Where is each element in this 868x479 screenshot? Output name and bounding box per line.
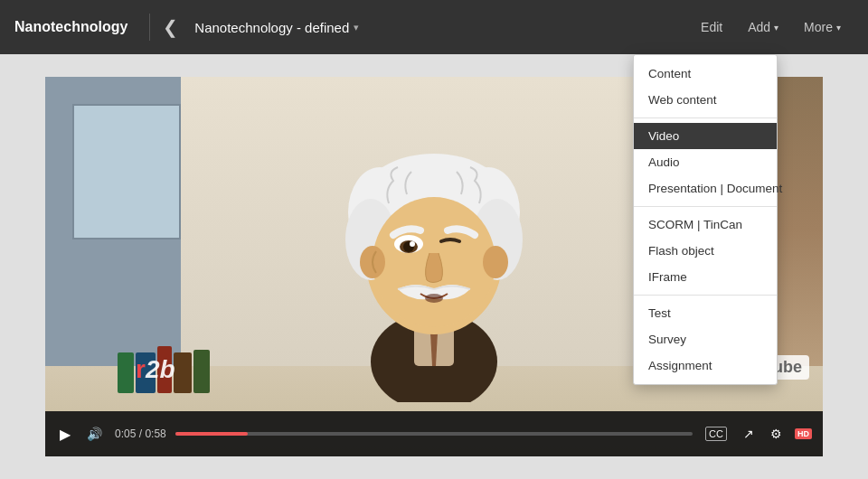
progress-fill — [175, 432, 248, 436]
volume-icon: 🔊 — [87, 427, 102, 441]
einstein-character — [307, 104, 561, 402]
share-icon: ↗ — [743, 427, 754, 441]
edit-button[interactable]: Edit — [688, 13, 735, 42]
play-icon: ▶ — [60, 426, 71, 443]
menu-item-survey[interactable]: Survey — [634, 326, 777, 352]
menu-item-flash[interactable]: Flash object — [634, 238, 777, 264]
menu-item-iframe[interactable]: IFrame — [634, 264, 777, 290]
svg-point-16 — [483, 246, 508, 278]
menu-divider-1 — [634, 117, 777, 118]
watermark-2b: 2b — [146, 355, 175, 383]
add-caret-icon: ▾ — [774, 23, 778, 33]
menu-item-audio[interactable]: Audio — [634, 149, 777, 175]
cc-icon: CC — [705, 427, 727, 441]
back-button[interactable]: ❮ — [154, 16, 187, 38]
navbar: Nanotechnology ❮ Nanotechnology - define… — [0, 0, 868, 54]
svg-point-13 — [410, 241, 415, 247]
share-button[interactable]: ↗ — [740, 423, 758, 445]
play-button[interactable]: ▶ — [56, 422, 74, 446]
progress-bar[interactable] — [175, 432, 693, 436]
watermark-r: r — [136, 355, 146, 383]
menu-item-assignment[interactable]: Assignment — [634, 352, 777, 379]
svg-point-14 — [425, 294, 443, 303]
edit-label: Edit — [701, 20, 722, 34]
video-watermark: r2b — [136, 355, 175, 384]
menu-divider-2 — [634, 206, 777, 207]
more-caret-icon: ▾ — [836, 23, 841, 33]
brand-title: Nanotechnology — [14, 19, 127, 35]
video-controls: ▶ 🔊 0:05 / 0:58 CC ↗ ⚙ HD — [45, 411, 823, 456]
menu-item-presentation[interactable]: Presentation | Document — [634, 175, 777, 202]
add-dropdown-menu: Content Web content Video Audio Presenta… — [633, 54, 778, 385]
title-button[interactable]: Nanotechnology - defined ▾ — [187, 20, 366, 35]
title-chevron-icon: ▾ — [354, 22, 359, 33]
more-button[interactable]: More ▾ — [791, 13, 854, 42]
volume-button[interactable]: 🔊 — [83, 423, 106, 445]
page-title: Nanotechnology - defined — [194, 20, 349, 35]
hd-badge: HD — [795, 428, 812, 439]
menu-divider-3 — [634, 295, 777, 296]
menu-item-content[interactable]: Content — [634, 61, 777, 87]
settings-icon: ⚙ — [770, 427, 782, 441]
settings-button[interactable]: ⚙ — [767, 423, 786, 445]
back-icon: ❮ — [163, 16, 178, 38]
more-label: More — [804, 20, 833, 34]
cc-button[interactable]: CC — [702, 423, 731, 445]
add-label: Add — [748, 20, 770, 34]
add-button[interactable]: Add ▾ — [735, 13, 791, 42]
menu-item-test[interactable]: Test — [634, 300, 777, 326]
scene-wall-panel — [72, 104, 181, 240]
menu-item-scorm[interactable]: SCORM | TinCan — [634, 211, 777, 238]
menu-item-video[interactable]: Video — [634, 123, 777, 149]
current-time: 0:05 / 0:58 — [115, 427, 166, 440]
nav-divider — [149, 14, 150, 41]
menu-item-web-content[interactable]: Web content — [634, 87, 777, 113]
